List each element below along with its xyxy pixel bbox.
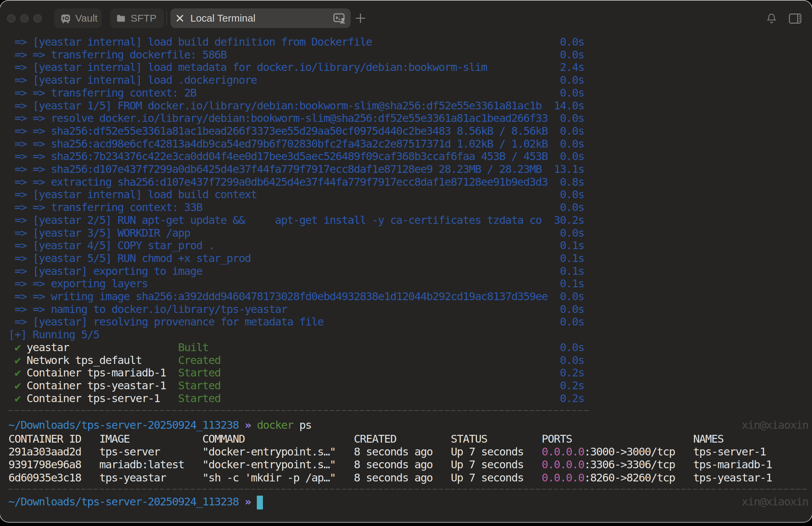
build-step-duration: 14.0s bbox=[554, 100, 584, 112]
compose-duration: 0.2s bbox=[560, 392, 584, 405]
docker-ps-cell: tps-yeastar-1 bbox=[693, 472, 772, 484]
build-step-text: => [yeastar internal] load build definit… bbox=[9, 36, 372, 48]
build-step-text: => [yeastar 5/5] RUN chmod +x star_prod bbox=[9, 252, 251, 265]
compose-duration: 0.0s bbox=[560, 354, 584, 367]
build-step-text: => => sha256:d107e437f7299a0db6425d4e37f… bbox=[9, 163, 542, 176]
compose-status: Created bbox=[178, 354, 221, 367]
build-step-duration: 0.0s bbox=[560, 87, 584, 100]
docker-ps-cell: 291a303aad2d bbox=[9, 446, 81, 458]
build-step-text: => => transferring context: 33B bbox=[9, 201, 202, 214]
build-step-duration: 0.1s bbox=[560, 265, 584, 278]
build-step-duration: 0.0s bbox=[560, 201, 584, 214]
column-header: CREATED bbox=[354, 433, 396, 446]
column-header: PORTS bbox=[542, 433, 572, 446]
build-step-text: => => transferring context: 2B bbox=[9, 87, 196, 100]
check-icon: ✔ bbox=[15, 392, 20, 405]
docker-ps-cell: tps-yeastar bbox=[99, 472, 166, 484]
compose-status: Started bbox=[178, 392, 221, 405]
docker-ps-cell: Up 7 seconds bbox=[451, 458, 523, 471]
compose-duration: 0.2s bbox=[560, 380, 584, 392]
build-step-text: => [yeastar] resolving provenance for me… bbox=[9, 316, 323, 328]
build-step-duration: 0.8s bbox=[560, 176, 584, 189]
build-step-text: => [yeastar internal] load metadata for … bbox=[9, 61, 487, 74]
build-step-duration: 0.0s bbox=[560, 112, 584, 125]
compose-duration: 0.2s bbox=[560, 367, 584, 380]
build-step-text: => => resolve docker.io/library/debian:b… bbox=[9, 112, 548, 125]
terminal-cursor bbox=[257, 496, 263, 510]
build-step-text: => => writing image sha256:a392ddd946047… bbox=[9, 290, 548, 303]
docker-ps-cell: 6d60935e3c18 bbox=[9, 472, 81, 484]
column-header: CONTAINER ID bbox=[9, 433, 81, 446]
compose-duration: 0.0s bbox=[560, 341, 584, 354]
compose-resource-name: Container tps-yeastar-1 bbox=[27, 380, 166, 392]
build-step-text: => => sha256:7b234376c422e3ca0dd04f4ee0d… bbox=[9, 150, 548, 163]
host-label: xin@xiaoxin bbox=[742, 496, 808, 509]
docker-ps-cell: 8 seconds ago bbox=[354, 446, 432, 458]
build-step-duration: 0.0s bbox=[560, 290, 584, 303]
compose-resource-name: Network tps_default bbox=[27, 354, 142, 367]
build-step-text: => [yeastar 2/5] RUN apt-get update && a… bbox=[9, 214, 542, 227]
build-step-duration: 0.0s bbox=[560, 316, 584, 328]
docker-ps-cell: tps-server-1 bbox=[693, 446, 766, 458]
build-step-text: => [yeastar internal] load .dockerignore bbox=[9, 74, 257, 87]
build-step-duration: 0.0s bbox=[560, 227, 584, 240]
docker-ps-cell: 9391798e96a8 bbox=[9, 458, 81, 471]
docker-ps-cell: "docker-entrypoint.s…" bbox=[203, 446, 336, 458]
command-block-separator bbox=[9, 410, 590, 411]
command-name: docker bbox=[257, 419, 293, 432]
docker-ps-cell: "sh -c 'mkdir -p /ap…" bbox=[203, 472, 336, 484]
docker-ps-cell: 8 seconds ago bbox=[354, 458, 432, 471]
prompt-symbol: » bbox=[245, 496, 251, 509]
build-step-duration: 0.0s bbox=[560, 74, 584, 87]
build-step-duration: 0.1s bbox=[560, 252, 584, 265]
build-step-text: => => transferring dockerfile: 586B bbox=[9, 48, 227, 61]
docker-ps-cell: tps-server bbox=[99, 446, 160, 458]
prompt-path: ~/Downloads/tps-server-20250924_113238 bbox=[9, 496, 238, 509]
build-step-text: => [yeastar internal] load build context bbox=[9, 188, 257, 201]
build-step-duration: 0.1s bbox=[560, 239, 584, 252]
docker-ps-cell: 8 seconds ago bbox=[354, 472, 432, 484]
build-step-text: => => extracting sha256:d107e437f7299a0d… bbox=[9, 176, 548, 189]
column-header: NAMES bbox=[693, 433, 724, 446]
build-step-text: => [yeastar 4/5] COPY star_prod . bbox=[9, 239, 214, 252]
build-step-duration: 0.0s bbox=[560, 48, 584, 61]
column-header: IMAGE bbox=[99, 433, 130, 446]
check-icon: ✔ bbox=[15, 354, 20, 367]
build-step-text: => => sha256:df52e55e3361a81ac1bead266f3… bbox=[9, 125, 548, 138]
docker-ps-cell: "docker-entrypoint.s…" bbox=[203, 458, 336, 471]
command-block-separator bbox=[9, 489, 808, 490]
check-icon: ✔ bbox=[15, 341, 20, 354]
build-step-text: => => naming to docker.io/library/tps-ye… bbox=[9, 303, 287, 316]
check-icon: ✔ bbox=[15, 367, 20, 380]
build-step-duration: 13.1s bbox=[554, 163, 584, 176]
docker-ps-cell: Up 7 seconds bbox=[451, 446, 523, 458]
build-step-duration: 0.1s bbox=[560, 278, 584, 290]
build-step-text: => => exporting layers bbox=[9, 278, 148, 290]
terminal-output[interactable]: => [yeastar internal] load build definit… bbox=[9, 0, 812, 526]
command-arg: ps bbox=[299, 419, 311, 432]
build-step-duration: 30.2s bbox=[554, 214, 584, 227]
prompt-path: ~/Downloads/tps-server-20250924_113238 bbox=[9, 419, 238, 432]
build-step-text: => [yeastar 3/5] WORKDIR /app bbox=[9, 227, 190, 240]
docker-ps-cell: mariadb:latest bbox=[99, 458, 184, 471]
build-step-text: => [yeastar] exporting to image bbox=[9, 265, 202, 278]
port-host-ip: 0.0.0.0 bbox=[542, 458, 584, 471]
column-header: COMMAND bbox=[203, 433, 245, 446]
port-host-ip: 0.0.0.0 bbox=[542, 446, 584, 458]
compose-resource-name: Container tps-server-1 bbox=[27, 392, 160, 405]
docker-ps-cell: Up 7 seconds bbox=[451, 472, 523, 484]
build-step-duration: 0.0s bbox=[560, 125, 584, 138]
port-mapping: :3000->3000/tcp bbox=[584, 446, 675, 458]
compose-status: Built bbox=[178, 341, 208, 354]
check-icon: ✔ bbox=[15, 380, 20, 392]
build-step-duration: 0.0s bbox=[560, 150, 584, 163]
build-step-duration: 0.0s bbox=[560, 303, 584, 316]
port-host-ip: 0.0.0.0 bbox=[542, 472, 584, 484]
prompt-symbol: » bbox=[245, 419, 251, 432]
host-label: xin@xiaoxin bbox=[742, 419, 808, 432]
compose-resource-name: Container tps-mariadb-1 bbox=[27, 367, 166, 380]
build-step-text: => => sha256:acd98e6cfc42813a4db9ca54ed7… bbox=[9, 138, 548, 151]
build-step-duration: 0.0s bbox=[560, 36, 584, 48]
compose-status: Started bbox=[178, 367, 221, 380]
port-mapping: :3306->3306/tcp bbox=[584, 458, 675, 471]
